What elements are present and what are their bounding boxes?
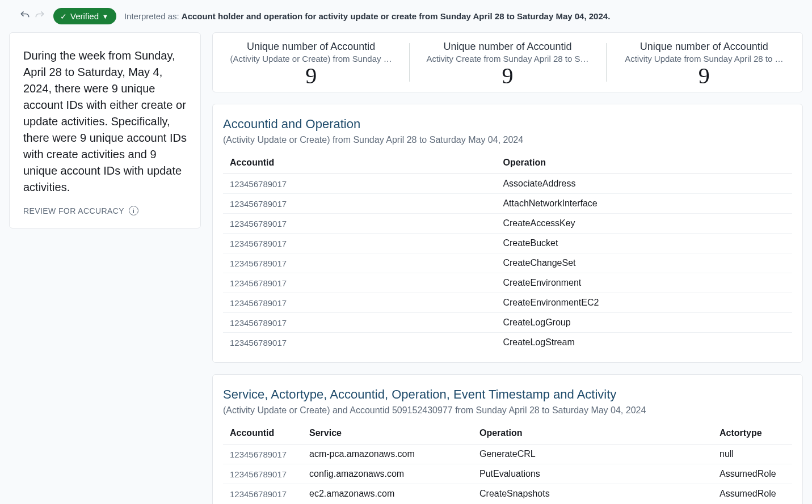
cell-accountid: 123456789017	[223, 273, 496, 293]
table-row[interactable]: 123456789017CreateChangeSet	[223, 253, 792, 273]
cell-operation: CreateAccessKey	[496, 214, 792, 234]
table-row[interactable]: 123456789017config.amazonaws.comPutEvalu…	[223, 464, 792, 484]
cell-operation: CreateChangeSet	[496, 253, 792, 273]
summary-text: During the week from Sunday, April 28 to…	[23, 48, 187, 196]
cell-operation: CreateEnvironment	[496, 273, 792, 293]
cell-accountid: 123456789017	[223, 333, 496, 353]
table-row[interactable]: 123456789017acm-pca.amazonaws.comGenerat…	[223, 444, 792, 464]
table-row[interactable]: 123456789017CreateLogGroup	[223, 313, 792, 333]
cell-operation: CreateLogStream	[496, 333, 792, 353]
interpreted-text: Account holder and operation for activit…	[182, 11, 610, 21]
col-operation-2[interactable]: Operation	[473, 423, 713, 444]
col-accountid-2[interactable]: Accountid	[223, 423, 302, 444]
cell-accountid: 123456789017	[223, 464, 302, 484]
metric-2: Unique number of AccountidActivity Updat…	[606, 41, 802, 87]
metric-title: Unique number of Accountid	[619, 41, 790, 53]
cell-actortype: AssumedRole	[713, 484, 792, 504]
cell-operation: CreateLogGroup	[496, 313, 792, 333]
cell-accountid: 123456789017	[223, 253, 496, 273]
cell-service: config.amazonaws.com	[302, 464, 473, 484]
metric-sub: Activity Update from Sunday April 28 to …	[619, 54, 790, 63]
interpreted-as: Interpreted as: Account holder and opera…	[124, 11, 610, 21]
cell-service: acm-pca.amazonaws.com	[302, 444, 473, 464]
metric-value: 9	[619, 65, 790, 87]
cell-operation: PutEvaluations	[473, 464, 713, 484]
cell-operation: AttachNetworkInterface	[496, 194, 792, 214]
info-icon: i	[129, 206, 138, 215]
table-row[interactable]: 123456789017AssociateAddress	[223, 174, 792, 194]
metric-value: 9	[422, 65, 593, 87]
cell-accountid: 123456789017	[223, 444, 302, 464]
verified-label: Verified	[70, 11, 99, 21]
redo-icon[interactable]	[34, 10, 45, 23]
metric-sub: Activity Create from Sunday April 28 to …	[422, 54, 593, 63]
table-row[interactable]: 123456789017CreateEnvironmentEC2	[223, 293, 792, 313]
interpreted-prefix: Interpreted as:	[124, 11, 179, 21]
undo-icon[interactable]	[19, 10, 31, 23]
summary-card: During the week from Sunday, April 28 to…	[9, 32, 201, 228]
metric-sub: (Activity Update or Create) from Sunday …	[225, 54, 397, 63]
topbar: ✓ Verified ▼ Interpreted as: Account hol…	[0, 0, 812, 32]
table-row[interactable]: 123456789017ec2.amazonaws.comCreateSnaps…	[223, 484, 792, 504]
undo-redo-group	[19, 10, 45, 23]
check-icon: ✓	[60, 12, 67, 21]
cell-accountid: 123456789017	[223, 234, 496, 253]
panel2-title: Service, Actortype, Accountid, Operation…	[223, 387, 792, 402]
panel-service-actortype: Service, Actortype, Accountid, Operation…	[212, 374, 803, 504]
cell-accountid: 123456789017	[223, 293, 496, 313]
cell-accountid: 123456789017	[223, 174, 496, 194]
verified-dropdown[interactable]: ✓ Verified ▼	[53, 8, 116, 24]
panel2-sub: (Activity Update or Create) and Accounti…	[223, 405, 792, 416]
cell-operation: CreateSnapshots	[473, 484, 713, 504]
metric-0: Unique number of Accountid(Activity Upda…	[213, 41, 409, 87]
table-row[interactable]: 123456789017CreateLogStream	[223, 333, 792, 353]
review-for-accuracy[interactable]: REVIEW FOR ACCURACY i	[23, 206, 187, 215]
panel2-table: Accountid Service Operation Actortype 12…	[223, 423, 792, 503]
table-row[interactable]: 123456789017CreateAccessKey	[223, 214, 792, 234]
col-operation[interactable]: Operation	[496, 153, 792, 174]
cell-operation: CreateEnvironmentEC2	[496, 293, 792, 313]
cell-service: ec2.amazonaws.com	[302, 484, 473, 504]
cell-operation: AssociateAddress	[496, 174, 792, 194]
review-label: REVIEW FOR ACCURACY	[23, 206, 124, 215]
table-row[interactable]: 123456789017AttachNetworkInterface	[223, 194, 792, 214]
panel1-sub: (Activity Update or Create) from Sunday …	[223, 135, 792, 145]
panel1-title: Accountid and Operation	[223, 117, 792, 132]
panel1-table: Accountid Operation 123456789017Associat…	[223, 153, 792, 352]
metric-1: Unique number of AccountidActivity Creat…	[409, 41, 605, 87]
cell-accountid: 123456789017	[223, 313, 496, 333]
col-actortype[interactable]: Actortype	[713, 423, 792, 444]
metric-title: Unique number of Accountid	[225, 41, 397, 53]
col-service[interactable]: Service	[302, 423, 473, 444]
cell-accountid: 123456789017	[223, 484, 302, 504]
cell-actortype: null	[713, 444, 792, 464]
metric-title: Unique number of Accountid	[422, 41, 593, 53]
cell-operation: CreateBucket	[496, 234, 792, 253]
cell-actortype: AssumedRole	[713, 464, 792, 484]
metrics-card: Unique number of Accountid(Activity Upda…	[212, 32, 803, 92]
cell-accountid: 123456789017	[223, 194, 496, 214]
table-row[interactable]: 123456789017CreateEnvironment	[223, 273, 792, 293]
panel-accountid-operation: Accountid and Operation (Activity Update…	[212, 104, 803, 363]
table-row[interactable]: 123456789017CreateBucket	[223, 234, 792, 253]
chevron-down-icon: ▼	[102, 13, 108, 20]
cell-operation: GenerateCRL	[473, 444, 713, 464]
col-accountid[interactable]: Accountid	[223, 153, 496, 174]
cell-accountid: 123456789017	[223, 214, 496, 234]
metric-value: 9	[225, 65, 397, 87]
